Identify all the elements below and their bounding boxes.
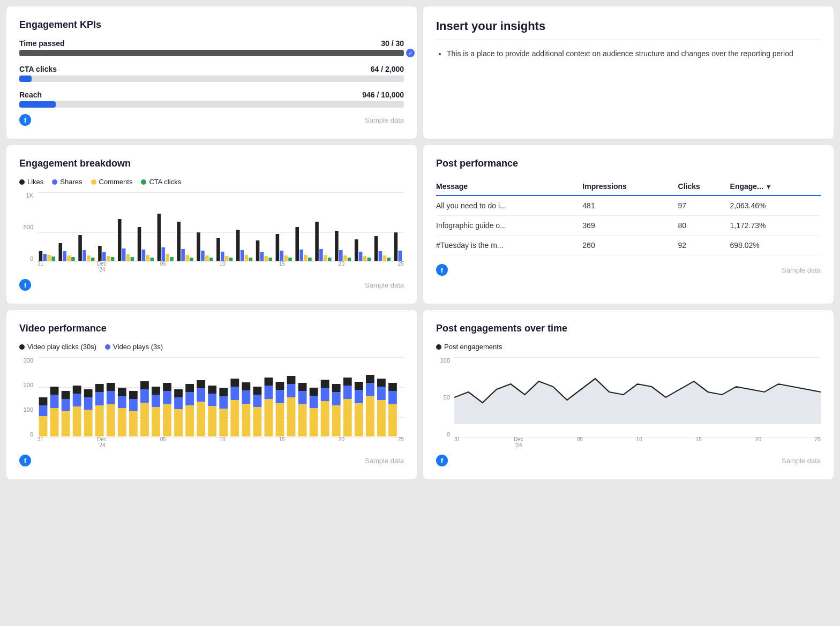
- svg-rect-165: [377, 387, 386, 400]
- svg-rect-85: [73, 386, 81, 394]
- video-chart-area: 300 200 100 0: [19, 357, 404, 448]
- svg-rect-34: [205, 255, 209, 261]
- svg-rect-52: [295, 227, 299, 261]
- kpi-value-time: 30 / 30: [381, 39, 404, 48]
- svg-rect-161: [366, 396, 374, 436]
- legend-dot-video-clicks: [19, 344, 25, 350]
- legend-dot-cta: [141, 179, 146, 185]
- svg-rect-135: [265, 386, 273, 399]
- svg-rect-2: [47, 255, 51, 261]
- engagement-breakdown-card: Engagement breakdown Likes Shares Commen…: [6, 145, 417, 304]
- y-label-100: 100: [19, 406, 33, 413]
- svg-rect-159: [355, 390, 363, 403]
- post-eng-sample-data: Sample data: [782, 457, 821, 465]
- svg-rect-5: [63, 251, 66, 261]
- svg-rect-86: [84, 410, 93, 436]
- svg-rect-93: [107, 391, 115, 404]
- col-clicks: Clicks: [678, 178, 730, 195]
- legend-shares: Shares: [52, 178, 82, 186]
- kpi-title: Engagement KPIs: [19, 19, 404, 31]
- svg-rect-120: [208, 394, 216, 406]
- cell-impressions-1: 369: [582, 216, 678, 236]
- svg-rect-153: [332, 392, 341, 405]
- svg-rect-118: [197, 380, 205, 388]
- svg-rect-125: [230, 400, 239, 436]
- x-label-dec24: Dec'24: [97, 261, 107, 273]
- legend-comments: Comments: [91, 178, 133, 186]
- svg-rect-44: [256, 240, 260, 261]
- svg-rect-117: [197, 388, 205, 402]
- svg-rect-64: [355, 239, 358, 261]
- svg-rect-121: [208, 386, 216, 394]
- kpi-label-time: Time passed: [19, 39, 65, 48]
- svg-rect-124: [219, 388, 228, 396]
- svg-rect-68: [374, 236, 378, 261]
- x-label-eng-15: 15: [696, 436, 702, 448]
- svg-rect-29: [181, 249, 185, 261]
- svg-rect-145: [298, 383, 307, 391]
- svg-rect-0: [39, 251, 43, 261]
- post-engagements-card: Post engagements over time Post engageme…: [423, 310, 834, 479]
- post-engagements-chart-area: 100 50 0 31 Dec'24 05 10 15 20: [436, 357, 821, 448]
- svg-rect-75: [39, 405, 48, 416]
- y-label-500: 500: [19, 224, 33, 230]
- cell-message-1: Infographic guide o...: [436, 216, 582, 236]
- svg-rect-7: [71, 257, 75, 261]
- svg-rect-69: [379, 251, 382, 261]
- svg-rect-90: [95, 392, 104, 405]
- facebook-icon-post: f: [436, 264, 448, 276]
- progress-fill-time: [19, 50, 404, 56]
- svg-rect-168: [388, 391, 397, 404]
- x-labels-post-eng: 31 Dec'24 05 10 15 20 25: [454, 436, 821, 448]
- legend-dot-shares: [52, 179, 57, 185]
- x-label-eng-05: 05: [577, 436, 583, 448]
- svg-rect-111: [174, 397, 183, 409]
- svg-rect-65: [359, 252, 363, 261]
- cell-clicks-2: 92: [678, 236, 730, 255]
- svg-rect-133: [253, 387, 262, 395]
- col-engagement[interactable]: Engage... ▼: [730, 178, 821, 195]
- svg-rect-28: [177, 222, 181, 261]
- y-label-1k: 1K: [19, 192, 33, 199]
- engagement-breakdown-title: Engagement breakdown: [19, 158, 404, 169]
- kpi-value-reach: 946 / 10,000: [362, 90, 404, 99]
- x-label-05: 05: [160, 261, 166, 273]
- svg-rect-104: [152, 407, 160, 436]
- x-label-25: 25: [398, 261, 404, 273]
- svg-rect-112: [174, 389, 183, 397]
- x-label-video-10: 10: [220, 436, 226, 448]
- post-engagement-line-svg: [454, 357, 821, 438]
- facebook-icon-video: f: [19, 455, 31, 466]
- legend-label-video-clicks: Video play clicks (30s): [27, 343, 96, 351]
- svg-rect-78: [50, 395, 59, 408]
- x-label-eng-20: 20: [755, 436, 761, 448]
- x-label-video-20: 20: [339, 436, 344, 448]
- svg-rect-141: [287, 384, 296, 397]
- y-label-0: 0: [19, 255, 33, 262]
- table-row-2: #Tuesday is the m... 260 92 698.02%: [436, 236, 821, 255]
- svg-rect-25: [162, 247, 166, 261]
- svg-rect-96: [118, 396, 126, 408]
- svg-rect-19: [131, 257, 134, 261]
- kpi-label-reach: Reach: [19, 90, 42, 99]
- engagement-bar-chart-svg: [38, 192, 404, 262]
- svg-rect-40: [236, 230, 240, 261]
- insights-item-0: This is a place to provide additional co…: [447, 48, 821, 59]
- svg-rect-166: [377, 379, 386, 387]
- video-performance-title: Video performance: [19, 323, 404, 334]
- kpi-value-cta: 64 / 2,000: [371, 65, 404, 73]
- svg-rect-92: [107, 404, 115, 436]
- engagement-sample-data: Sample data: [365, 281, 404, 289]
- svg-rect-70: [383, 255, 387, 261]
- x-label-15: 15: [279, 261, 285, 273]
- svg-rect-24: [158, 214, 161, 261]
- area-fill: [454, 379, 821, 424]
- legend-video-clicks: Video play clicks (30s): [19, 343, 96, 351]
- insights-title: Insert your insights: [436, 19, 821, 33]
- svg-rect-54: [304, 255, 308, 261]
- svg-rect-3: [51, 257, 55, 261]
- svg-rect-162: [366, 383, 374, 396]
- svg-rect-33: [201, 251, 205, 261]
- svg-rect-122: [219, 409, 228, 436]
- x-labels-video: 31 Dec'24 05 10 15 20 25: [38, 436, 404, 448]
